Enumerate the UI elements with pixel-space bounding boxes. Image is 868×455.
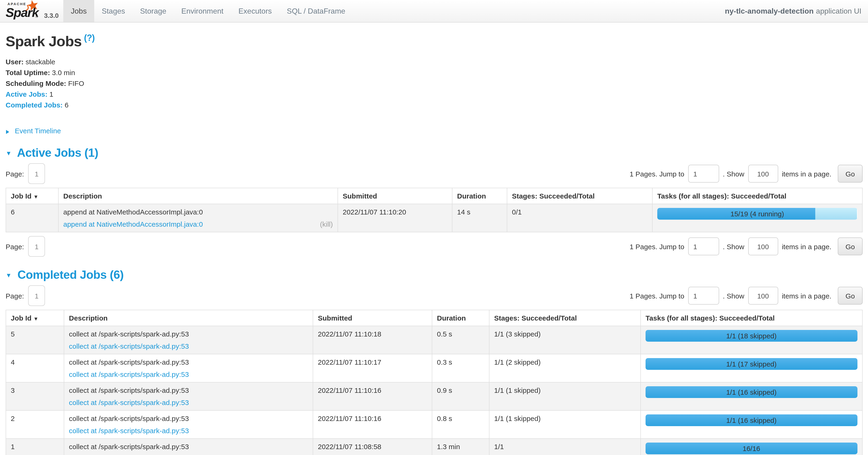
progress-label: 1/1 (17 skipped) — [646, 358, 857, 370]
completed-jobs-header-row: Job Id▼ Description Submitted Duration S… — [6, 310, 862, 326]
caret-down-icon: ▼ — [6, 150, 11, 157]
completed-job-row: 4 collect at /spark-scripts/spark-ad.py:… — [6, 354, 862, 382]
event-timeline-toggle[interactable]: ▶ Event Timeline — [6, 127, 61, 135]
description-text: append at NativeMethodAccessorImpl.java:… — [63, 208, 333, 216]
description-cell: collect at /spark-scripts/spark-ad.py:53… — [64, 382, 313, 411]
tasks-progress-bar: 16/16 — [646, 443, 857, 455]
job-id-cell: 3 — [6, 382, 64, 411]
submitted-cell: 2022/11/07 11:10:16 — [313, 382, 432, 411]
col-header-duration[interactable]: Duration — [452, 188, 507, 204]
stages-cell: 1/1 (2 skipped) — [489, 354, 641, 382]
col-header-stages[interactable]: Stages: Succeeded/Total — [507, 188, 652, 204]
job-id-cell: 5 — [6, 326, 64, 354]
caret-down-icon: ▼ — [6, 272, 11, 279]
progress-label: 15/19 (4 running) — [657, 208, 857, 220]
duration-cell: 0.9 s — [432, 382, 489, 411]
completed-jobs-heading[interactable]: ▼ Completed Jobs (6) — [6, 268, 862, 282]
tab-environment[interactable]: Environment — [174, 0, 231, 22]
show-text: . Show — [723, 243, 744, 251]
spark-logo-image: APACHE Spark ™ — [5, 0, 42, 20]
tasks-progress-bar: 1/1 (17 skipped) — [646, 358, 857, 370]
submitted-cell: 2022/11/07 11:10:20 — [338, 204, 452, 232]
job-detail-link[interactable]: collect at /spark-scripts/spark-ad.py:53 — [69, 427, 189, 435]
go-button[interactable]: Go — [838, 238, 862, 256]
nav-spacer — [353, 0, 725, 22]
description-cell: collect at /spark-scripts/spark-ad.py:53… — [64, 439, 313, 455]
col-header-job-id[interactable]: Job Id▼ — [6, 310, 64, 326]
items-per-page-input[interactable] — [748, 287, 778, 305]
job-summary-list: User: stackable Total Uptime: 3.0 min Sc… — [6, 57, 862, 110]
tasks-cell: 1/1 (16 skipped) — [641, 411, 862, 439]
page-number-input[interactable] — [28, 286, 45, 306]
completed-jobs-anchor-link[interactable]: Completed Jobs: — [6, 101, 63, 109]
tab-stages[interactable]: Stages — [94, 0, 133, 22]
navbar: APACHE Spark ™ 3.3.0 Jobs Stages Storage… — [0, 0, 868, 23]
description-text: collect at /spark-scripts/spark-ad.py:53 — [69, 443, 308, 451]
description-text: collect at /spark-scripts/spark-ad.py:53 — [69, 415, 308, 423]
tasks-progress-bar: 1/1 (18 skipped) — [646, 330, 857, 342]
col-header-job-id[interactable]: Job Id▼ — [6, 188, 58, 204]
go-button[interactable]: Go — [838, 165, 862, 183]
progress-label: 1/1 (18 skipped) — [646, 330, 857, 342]
duration-cell: 0.8 s — [432, 411, 489, 439]
job-detail-link[interactable]: collect at /spark-scripts/spark-ad.py:53 — [69, 371, 189, 378]
col-header-description[interactable]: Description — [64, 310, 313, 326]
progress-label: 1/1 (16 skipped) — [646, 387, 857, 398]
kill-job-link[interactable]: (kill) — [320, 220, 333, 228]
progress-label: 16/16 — [646, 443, 857, 455]
active-jobs-heading[interactable]: ▼ Active Jobs (1) — [6, 146, 862, 160]
job-id-cell: 4 — [6, 354, 64, 382]
duration-cell: 14 s — [452, 204, 507, 232]
jump-to-page-input[interactable] — [688, 165, 719, 183]
svg-text:™: ™ — [35, 16, 38, 20]
col-header-duration[interactable]: Duration — [432, 310, 489, 326]
tab-sql-dataframe[interactable]: SQL / DataFrame — [279, 0, 353, 22]
tasks-cell: 1/1 (16 skipped) — [641, 382, 862, 411]
submitted-cell: 2022/11/07 11:10:18 — [313, 326, 432, 354]
submitted-cell: 2022/11/07 11:08:58 — [313, 439, 432, 455]
tasks-cell: 1/1 (18 skipped) — [641, 326, 862, 354]
summary-active-jobs: Active Jobs: 1 — [6, 90, 862, 99]
items-per-page-input[interactable] — [748, 238, 778, 256]
progress-label: 1/1 (16 skipped) — [646, 415, 857, 426]
col-header-tasks[interactable]: Tasks (for all stages): Succeeded/Total — [641, 310, 862, 326]
description-cell: collect at /spark-scripts/spark-ad.py:53… — [64, 354, 313, 382]
col-header-submitted[interactable]: Submitted — [313, 310, 432, 326]
tab-jobs[interactable]: Jobs — [63, 0, 94, 22]
event-timeline-label: Event Timeline — [15, 127, 61, 135]
items-per-page-input[interactable] — [748, 165, 778, 183]
col-header-description[interactable]: Description — [58, 188, 338, 204]
tasks-progress-bar: 1/1 (16 skipped) — [646, 415, 857, 426]
col-header-tasks[interactable]: Tasks (for all stages): Succeeded/Total — [652, 188, 862, 204]
tasks-cell: 1/1 (17 skipped) — [641, 354, 862, 382]
help-tooltip-link[interactable]: (?) — [84, 33, 95, 43]
completed-jobs-table: Job Id▼ Description Submitted Duration S… — [6, 310, 862, 455]
page-number-input[interactable] — [28, 236, 45, 257]
col-header-submitted[interactable]: Submitted — [338, 188, 452, 204]
nav-tabs: Jobs Stages Storage Environment Executor… — [63, 0, 353, 22]
spark-ui-root: APACHE Spark ™ 3.3.0 Jobs Stages Storage… — [0, 0, 868, 455]
active-jobs-header-row: Job Id▼ Description Submitted Duration S… — [6, 188, 862, 204]
tasks-cell: 16/16 — [641, 439, 862, 455]
application-ui-suffix: application UI — [816, 7, 862, 15]
go-button[interactable]: Go — [838, 287, 862, 305]
pages-jump-text: 1 Pages. Jump to — [630, 170, 684, 178]
tab-storage[interactable]: Storage — [133, 0, 174, 22]
description-cell: collect at /spark-scripts/spark-ad.py:53… — [64, 326, 313, 354]
job-detail-link[interactable]: collect at /spark-scripts/spark-ad.py:53 — [69, 399, 189, 407]
active-jobs-anchor-link[interactable]: Active Jobs: — [6, 90, 48, 98]
jump-to-page-input[interactable] — [688, 287, 719, 305]
page-number-input[interactable] — [28, 164, 45, 184]
summary-uptime: Total Uptime: 3.0 min — [6, 68, 862, 78]
stages-cell: 1/1 (1 skipped) — [489, 382, 641, 411]
jump-to-page-input[interactable] — [688, 238, 719, 256]
tab-executors[interactable]: Executors — [231, 0, 279, 22]
col-header-stages[interactable]: Stages: Succeeded/Total — [489, 310, 641, 326]
tasks-progress-bar: 15/19 (4 running) — [657, 208, 857, 220]
sort-desc-icon: ▼ — [33, 194, 38, 200]
stages-cell: 1/1 — [489, 439, 641, 455]
spark-logo: APACHE Spark ™ 3.3.0 — [0, 0, 63, 22]
completed-jobs-pager-top: Page: 1 Pages. Jump to . Show items in a… — [6, 286, 862, 306]
job-detail-link[interactable]: collect at /spark-scripts/spark-ad.py:53 — [69, 342, 189, 350]
job-detail-link[interactable]: append at NativeMethodAccessorImpl.java:… — [63, 220, 203, 228]
